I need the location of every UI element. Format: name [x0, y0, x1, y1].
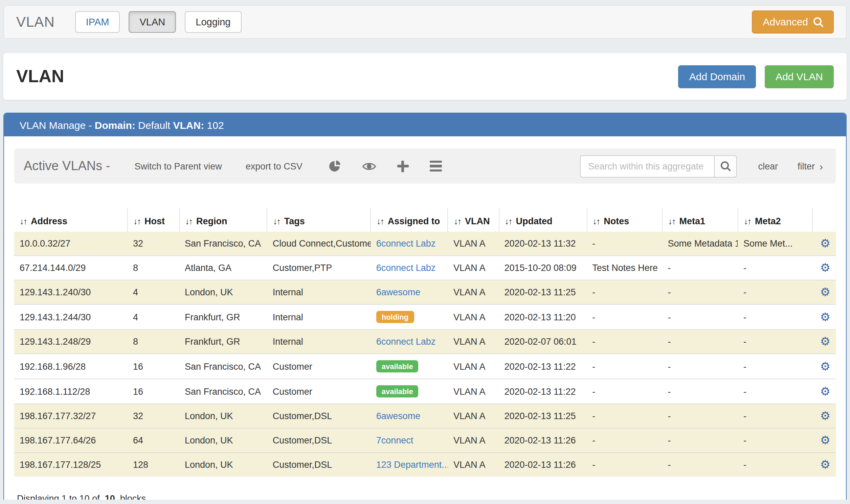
- table-row: 192.168.1.112/2816San Francisco, CACusto…: [14, 379, 836, 404]
- gear-icon[interactable]: ⚙: [820, 335, 831, 348]
- footer-prefix: Displaying 1 to 10 of: [17, 494, 102, 500]
- gear-icon[interactable]: ⚙: [820, 459, 831, 471]
- add-domain-button[interactable]: Add Domain: [678, 65, 756, 88]
- clear-link[interactable]: clear: [758, 161, 778, 171]
- table-row: 10.0.0.32/2732San Francisco, CACloud Con…: [14, 232, 836, 256]
- pie-chart-icon[interactable]: [329, 160, 341, 172]
- column-header-meta2[interactable]: ↓↑Meta2: [738, 208, 813, 232]
- sort-icon: ↓↑: [377, 217, 384, 226]
- cell-assigned-to: 7connect: [371, 429, 448, 453]
- assigned-to-link[interactable]: 6awesome: [376, 411, 421, 421]
- list-icon[interactable]: [430, 160, 442, 172]
- table-row: 129.143.1.244/304Frankfurt, GRInternalho…: [14, 304, 836, 329]
- cell-tags: Customer,PTP: [267, 256, 371, 280]
- table-row: 198.167.177.32/2732London, UKCustomer,DS…: [14, 404, 836, 429]
- sort-icon: ↓↑: [744, 217, 751, 226]
- aggregate-search-input[interactable]: [580, 155, 714, 177]
- gear-icon[interactable]: ⚙: [820, 360, 831, 373]
- sort-icon: ↓↑: [133, 217, 140, 226]
- cell-vlan: VLAN A: [448, 453, 499, 477]
- column-header-meta1[interactable]: ↓↑Meta1: [662, 208, 738, 232]
- footer-total-count: 10: [105, 494, 115, 500]
- column-header-label: Region: [196, 216, 227, 226]
- gear-icon[interactable]: ⚙: [820, 237, 831, 250]
- cell-vlan: VLAN A: [448, 404, 499, 429]
- column-header-label: Updated: [516, 216, 552, 226]
- eye-icon[interactable]: [362, 161, 376, 171]
- cell-updated: 2020-02-13 11:22: [499, 354, 587, 379]
- column-header-assigned-to[interactable]: ↓↑Assigned to: [371, 208, 448, 232]
- panel-header-prefix: VLAN Manage -: [20, 119, 95, 130]
- cell-tags: Internal: [267, 329, 371, 354]
- cell-vlan: VLAN A: [448, 429, 499, 453]
- gear-icon[interactable]: ⚙: [820, 262, 831, 274]
- cell-host: 32: [127, 404, 179, 429]
- gear-icon[interactable]: ⚙: [820, 434, 831, 447]
- column-header-notes[interactable]: ↓↑Notes: [587, 208, 662, 232]
- plus-icon[interactable]: [397, 160, 409, 172]
- cell-host: 32: [127, 232, 179, 256]
- assigned-to-link[interactable]: 6connect Labz: [376, 337, 436, 347]
- export-to-csv-link[interactable]: export to CSV: [246, 161, 302, 171]
- advanced-search-button[interactable]: Advanced: [752, 11, 834, 34]
- column-header-address[interactable]: ↓↑Address: [14, 208, 127, 232]
- cell-host: 8: [127, 329, 179, 354]
- cell-updated: 2020-02-13 11:25: [499, 404, 587, 429]
- assigned-to-link[interactable]: 6awesome: [376, 287, 421, 297]
- add-vlan-button[interactable]: Add VLAN: [765, 65, 834, 88]
- assigned-to-link[interactable]: 7connect: [376, 436, 413, 446]
- cell-address: 10.0.0.32/27: [14, 232, 127, 256]
- cell-notes: -: [587, 329, 662, 354]
- column-header-label: Host: [144, 216, 165, 226]
- cell-tags: Customer,DSL: [267, 453, 371, 477]
- cell-notes: -: [587, 304, 662, 329]
- column-header-vlan[interactable]: ↓↑VLAN: [448, 208, 499, 232]
- cell-assigned-to: 6connect Labz: [371, 329, 448, 354]
- cell-actions: ⚙: [813, 429, 836, 453]
- cell-meta1: -: [662, 256, 738, 280]
- sort-icon: ↓↑: [668, 217, 675, 226]
- gear-icon[interactable]: ⚙: [820, 286, 831, 299]
- assigned-to-link[interactable]: 6connect Labz: [376, 263, 436, 273]
- cell-notes: Test Notes Here: [587, 256, 662, 280]
- gear-icon[interactable]: ⚙: [820, 385, 831, 398]
- filter-link[interactable]: filter ›: [798, 160, 823, 172]
- search-icon: [721, 161, 730, 171]
- toolbar-title: Active VLANs -: [24, 159, 110, 174]
- gear-icon[interactable]: ⚙: [820, 310, 831, 323]
- column-header-label: Notes: [604, 216, 629, 226]
- column-header-label: Tags: [284, 216, 305, 226]
- column-header-tags[interactable]: ↓↑Tags: [267, 208, 371, 232]
- sort-icon: ↓↑: [592, 217, 600, 226]
- tab-ipam[interactable]: IPAM: [75, 11, 120, 33]
- column-header-region[interactable]: ↓↑Region: [179, 208, 267, 232]
- cell-assigned-to: available: [371, 354, 448, 379]
- cell-vlan: VLAN A: [448, 232, 499, 256]
- column-header-host[interactable]: ↓↑Host: [127, 208, 179, 232]
- cell-address: 129.143.1.244/30: [14, 304, 127, 329]
- cell-meta2: -: [738, 429, 813, 453]
- column-header-updated[interactable]: ↓↑Updated: [499, 208, 587, 232]
- switch-to-parent-view-link[interactable]: Switch to Parent view: [135, 161, 222, 171]
- cell-vlan: VLAN A: [448, 354, 499, 379]
- cell-notes: -: [587, 404, 662, 429]
- tab-vlan[interactable]: VLAN: [128, 11, 176, 33]
- sort-icon: ↓↑: [504, 217, 512, 226]
- cell-tags: Customer: [267, 379, 371, 404]
- tab-logging[interactable]: Logging: [185, 11, 241, 33]
- cell-host: 4: [127, 280, 179, 304]
- aggregate-search-button[interactable]: [714, 155, 737, 177]
- cell-actions: ⚙: [813, 354, 836, 379]
- cell-updated: 2020-02-13 11:26: [499, 429, 587, 453]
- cell-region: London, UK: [179, 404, 267, 429]
- gear-icon[interactable]: ⚙: [820, 410, 831, 423]
- column-header-label: Meta2: [755, 216, 781, 226]
- vlan-blocks-table: ↓↑Address↓↑Host↓↑Region↓↑Tags↓↑Assigned …: [14, 208, 836, 477]
- cell-updated: 2015-10-20 08:09: [499, 256, 587, 280]
- cell-host: 128: [127, 453, 179, 477]
- cell-region: Frankfurt, GR: [179, 304, 267, 329]
- cell-meta1: -: [662, 304, 738, 329]
- aggregate-search-group: [580, 155, 737, 177]
- assigned-to-link[interactable]: 123 Department...: [376, 460, 448, 470]
- assigned-to-link[interactable]: 6connect Labz: [376, 238, 436, 249]
